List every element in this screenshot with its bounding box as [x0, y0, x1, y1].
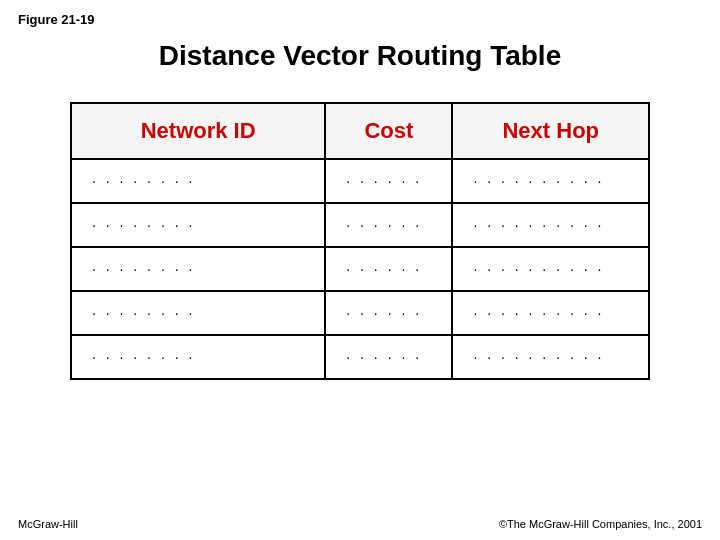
cell-network-id: · · · · · · · · — [71, 291, 325, 335]
cell-cost: · · · · · · — [325, 335, 452, 379]
table-row: · · · · · · · ·· · · · · ·· · · · · · · … — [71, 335, 649, 379]
cell-network-id: · · · · · · · · — [71, 159, 325, 203]
col-header-next-hop: Next Hop — [452, 103, 649, 159]
cell-network-id: · · · · · · · · — [71, 335, 325, 379]
page-title: Distance Vector Routing Table — [0, 40, 720, 72]
cell-cost: · · · · · · — [325, 291, 452, 335]
col-header-cost: Cost — [325, 103, 452, 159]
cell-next-hop: · · · · · · · · · · — [452, 291, 649, 335]
table-row: · · · · · · · ·· · · · · ·· · · · · · · … — [71, 159, 649, 203]
cell-cost: · · · · · · — [325, 203, 452, 247]
cell-network-id: · · · · · · · · — [71, 247, 325, 291]
cell-cost: · · · · · · — [325, 247, 452, 291]
cell-next-hop: · · · · · · · · · · — [452, 159, 649, 203]
table-row: · · · · · · · ·· · · · · ·· · · · · · · … — [71, 247, 649, 291]
cell-next-hop: · · · · · · · · · · — [452, 247, 649, 291]
table-row: · · · · · · · ·· · · · · ·· · · · · · · … — [71, 203, 649, 247]
routing-table: Network ID Cost Next Hop · · · · · · · ·… — [70, 102, 650, 380]
cell-next-hop: · · · · · · · · · · — [452, 335, 649, 379]
cell-network-id: · · · · · · · · — [71, 203, 325, 247]
footer-copyright: ©The McGraw-Hill Companies, Inc., 2001 — [499, 518, 702, 530]
cell-cost: · · · · · · — [325, 159, 452, 203]
footer-left: McGraw-Hill — [18, 518, 78, 530]
col-header-network-id: Network ID — [71, 103, 325, 159]
figure-label: Figure 21-19 — [18, 12, 95, 27]
cell-next-hop: · · · · · · · · · · — [452, 203, 649, 247]
table-wrapper: Network ID Cost Next Hop · · · · · · · ·… — [0, 102, 720, 380]
table-row: · · · · · · · ·· · · · · ·· · · · · · · … — [71, 291, 649, 335]
